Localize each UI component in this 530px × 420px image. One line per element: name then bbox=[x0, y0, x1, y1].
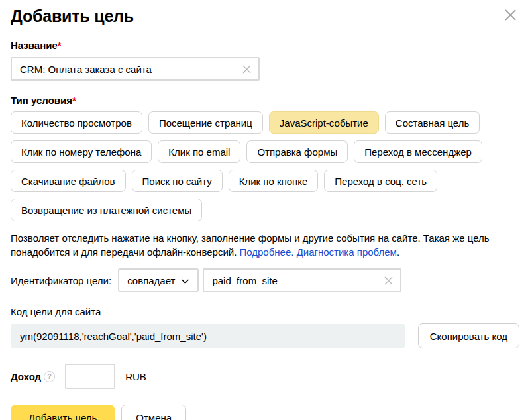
condition-type-chips: Количество просмотров Посещение страниц … bbox=[11, 111, 519, 221]
identifier-label: Идентификатор цели: bbox=[11, 275, 111, 286]
add-goal-dialog: Добавить цель Название* Тип условия* Кол… bbox=[0, 0, 530, 420]
chip-site-search[interactable]: Поиск по сайту bbox=[132, 170, 223, 192]
clear-identifier-icon[interactable] bbox=[384, 276, 394, 286]
chip-page-visit[interactable]: Посещение страниц bbox=[148, 111, 263, 134]
trailing-period: . bbox=[397, 246, 399, 258]
more-link[interactable]: Подробнее. bbox=[239, 246, 293, 258]
required-asterisk: * bbox=[58, 40, 62, 51]
clear-name-icon[interactable] bbox=[242, 64, 252, 74]
revenue-row: Доход ? RUB bbox=[11, 364, 519, 389]
chip-pageview-count[interactable]: Количество просмотров bbox=[11, 111, 142, 134]
chip-row-2: Клик по номеру телефона Клик по email От… bbox=[11, 140, 519, 163]
cancel-button[interactable]: Отмена bbox=[121, 405, 186, 420]
goal-code-row: ym(92091118,'reachGoal','paid_from_site'… bbox=[11, 323, 519, 348]
close-button[interactable] bbox=[502, 8, 518, 24]
name-input[interactable] bbox=[20, 64, 242, 75]
chip-composite-goal[interactable]: Составная цель bbox=[385, 111, 480, 134]
condition-type-label: Тип условия* bbox=[11, 95, 519, 106]
chip-javascript-event[interactable]: JavaScript-событие bbox=[269, 111, 379, 134]
required-asterisk: * bbox=[72, 95, 76, 106]
identifier-input[interactable] bbox=[212, 275, 384, 286]
name-label: Название* bbox=[11, 40, 519, 51]
currency-label: RUB bbox=[125, 371, 146, 382]
close-icon bbox=[504, 8, 517, 24]
chip-social-network[interactable]: Переход в соц. сеть bbox=[324, 170, 437, 192]
identifier-row: Идентификатор цели: совпадает bbox=[11, 268, 519, 292]
chip-button-click[interactable]: Клик по кнопке bbox=[229, 170, 319, 192]
revenue-input[interactable] bbox=[65, 364, 115, 389]
identifier-input-wrap bbox=[203, 268, 401, 292]
chip-form-submit[interactable]: Отправка формы bbox=[246, 140, 348, 163]
goal-code-label: Код цели для сайта bbox=[11, 306, 519, 317]
operator-value: совпадает bbox=[127, 275, 175, 286]
add-goal-button[interactable]: Добавить цель bbox=[11, 405, 115, 420]
condition-description: Позволяет отследить нажатие на кнопку, з… bbox=[11, 231, 515, 259]
chevron-down-icon bbox=[181, 275, 189, 286]
diagnostics-link[interactable]: Диагностика проблем bbox=[297, 246, 397, 258]
dialog-title: Добавить цель bbox=[11, 7, 519, 26]
goal-code-snippet: ym(92091118,'reachGoal','paid_from_site'… bbox=[11, 324, 405, 348]
copy-code-button[interactable]: Скопировать код bbox=[418, 323, 519, 348]
chip-row-1: Количество просмотров Посещение страниц … bbox=[11, 111, 519, 134]
chip-file-download[interactable]: Скачивание файлов bbox=[11, 170, 126, 192]
chip-messenger[interactable]: Переход в мессенджер bbox=[354, 140, 482, 163]
help-icon[interactable]: ? bbox=[44, 371, 55, 382]
chip-payment-return[interactable]: Возвращение из платежной системы bbox=[11, 199, 202, 221]
chip-row-4: Возвращение из платежной системы bbox=[11, 199, 519, 221]
chip-email-click[interactable]: Клик по email bbox=[158, 140, 240, 163]
identifier-operator-select[interactable]: совпадает bbox=[118, 268, 199, 292]
chip-row-3: Скачивание файлов Поиск по сайту Клик по… bbox=[11, 170, 519, 192]
name-input-wrap bbox=[11, 57, 260, 81]
dialog-footer: Добавить цель Отмена bbox=[11, 405, 519, 420]
chip-phone-click[interactable]: Клик по номеру телефона bbox=[11, 140, 152, 163]
revenue-label: Доход bbox=[11, 371, 41, 382]
